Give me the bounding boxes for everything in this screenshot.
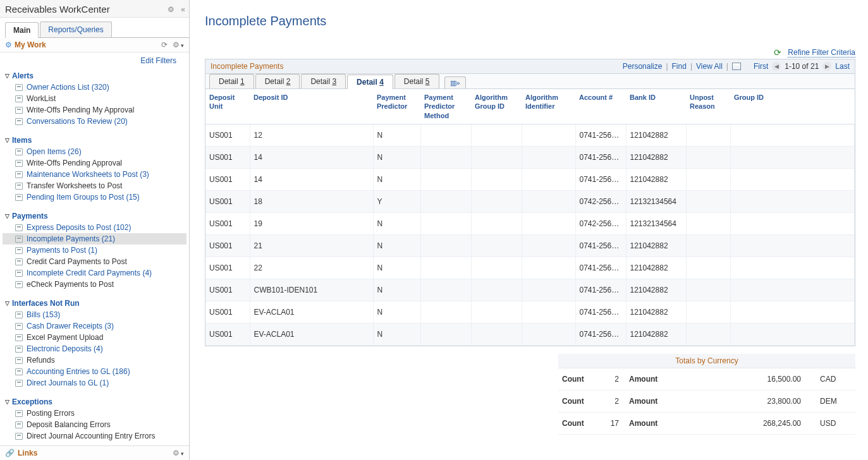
nav-item[interactable]: Owner Actions List (320) [3, 82, 186, 93]
nav-item[interactable]: Cash Drawer Receipts (3) [3, 320, 186, 332]
pager-last[interactable]: Last [835, 62, 850, 71]
nav-item[interactable]: Payments to Post (1) [3, 245, 186, 256]
detail-tab-5[interactable]: Detail 5 [394, 74, 439, 88]
gear-icon[interactable]: ⚙ [168, 5, 174, 14]
nav-item[interactable]: Deposit Balancing Errors [3, 419, 186, 430]
pager-first[interactable]: First [754, 62, 768, 71]
nav-item[interactable]: Write-Offs Pending Approval [3, 157, 186, 169]
nav-item[interactable]: Excel Payment Upload [3, 332, 186, 343]
show-all-columns-icon[interactable]: ▥» [444, 76, 466, 88]
table-row[interactable]: US00118Y0742-25645812132134564 [205, 190, 855, 212]
nav-heading-alerts[interactable]: ▽Alerts [3, 69, 186, 82]
collapse-icon[interactable]: « [181, 5, 185, 14]
table-row[interactable]: US00121N0741-256458121042882 [205, 234, 855, 257]
column-header[interactable]: Algorithm Group ID [471, 89, 522, 124]
edit-filters-link[interactable]: Edit Filters [140, 56, 176, 65]
amount-value: 16,500.00 [673, 375, 820, 384]
cell-unit: US001 [205, 257, 250, 279]
cell-unit: US001 [205, 279, 250, 301]
nav-item[interactable]: Express Deposits to Post (102) [3, 222, 186, 233]
nav-item[interactable]: eCheck Payments to Post [3, 279, 186, 290]
nav-item-label[interactable]: Accounting Entries to GL (186) [27, 367, 130, 376]
nav-item-label[interactable]: Maintenance Worksheets to Post (3) [27, 170, 149, 179]
sidebar-title: Receivables WorkCenter [5, 4, 110, 15]
column-header[interactable]: Payment Predictor [373, 89, 420, 124]
gear-dropdown-icon[interactable]: ⚙ [173, 449, 184, 457]
viewall-link[interactable]: View All [696, 62, 723, 71]
personalize-link[interactable]: Personalize [623, 62, 663, 71]
nav-item[interactable]: Direct Journals to GL (1) [3, 377, 186, 389]
column-header[interactable]: Group ID [730, 89, 855, 124]
nav-item-label[interactable]: Conversations To Review (20) [27, 117, 128, 126]
nav-item[interactable]: Pending Item Groups to Post (15) [3, 191, 186, 203]
nav-item-label[interactable]: Bills (153) [27, 310, 60, 319]
nav-item-label[interactable]: Pending Item Groups to Post (15) [27, 193, 140, 202]
tab-reports[interactable]: Reports/Queries [40, 21, 111, 37]
refresh-icon[interactable]: ⟳ [774, 47, 781, 58]
nav-item-label[interactable]: Incomplete Credit Card Payments (4) [27, 269, 152, 277]
nav-item-label[interactable]: Electronic Deposits (4) [27, 344, 103, 353]
cell-deposit: EV-ACLA01 [250, 301, 373, 323]
detail-tab-2[interactable]: Detail 2 [255, 74, 300, 88]
column-header[interactable]: Payment Predictor Method [420, 89, 471, 124]
pager-prev-icon[interactable]: ◀ [772, 62, 781, 71]
nav-heading-items[interactable]: ▽Items [3, 133, 186, 146]
table-row[interactable]: US001EV-ACLA01N0741-256458121042882 [205, 323, 855, 345]
nav-heading-interfaces[interactable]: ▽Interfaces Not Run [3, 296, 186, 309]
gear-dropdown-icon[interactable]: ⚙ [173, 40, 184, 49]
reload-icon[interactable]: ⟳ [161, 40, 168, 49]
tab-main[interactable]: Main [5, 22, 39, 38]
page-title: Incomplete Payments [205, 14, 855, 28]
nav-item[interactable]: Maintenance Worksheets to Post (3) [3, 169, 186, 180]
detail-tab-1[interactable]: Detail 1 [209, 74, 254, 88]
nav-item[interactable]: WorkList [3, 93, 186, 104]
nav-item[interactable]: Open Items (26) [3, 146, 186, 157]
zoom-icon[interactable] [732, 63, 741, 70]
cell-unit: US001 [205, 168, 250, 190]
cell-deposit: CWB101-IDEN101 [250, 279, 373, 301]
nav-heading-payments[interactable]: ▽Payments [3, 209, 186, 222]
find-link[interactable]: Find [672, 62, 687, 71]
table-row[interactable]: US00122N0741-256458121042882 [205, 257, 855, 279]
nav-item[interactable]: Electronic Deposits (4) [3, 343, 186, 354]
nav-heading-exceptions[interactable]: ▽Exceptions [3, 395, 186, 408]
detail-tab-3[interactable]: Detail 3 [301, 74, 346, 88]
nav-item-label[interactable]: Direct Journals to GL (1) [27, 378, 109, 387]
column-header[interactable]: Algorithm Identifier [522, 89, 575, 124]
nav-item-label[interactable]: Owner Actions List (320) [27, 83, 109, 92]
table-row[interactable]: US00114N0741-256458121042882 [205, 146, 855, 168]
nav-item-label[interactable]: Cash Drawer Receipts (3) [27, 322, 114, 330]
table-row[interactable]: US001CWB101-IDEN101N0741-256458121042882 [205, 279, 855, 301]
nav-item[interactable]: Refunds [3, 354, 186, 366]
column-header[interactable]: Deposit ID [250, 89, 373, 124]
pager-next-icon[interactable]: ▶ [822, 62, 831, 71]
cell-method [420, 234, 471, 257]
nav-item[interactable]: Accounting Entries to GL (186) [3, 366, 186, 377]
nav-item[interactable]: Write-Offs Pending My Approval [3, 104, 186, 116]
nav-item[interactable]: Direct Journal Accounting Entry Errors [3, 430, 186, 442]
edit-filters-row: Edit Filters [0, 52, 189, 66]
links-title[interactable]: Links [18, 449, 37, 457]
nav-item[interactable]: Posting Errors [3, 408, 186, 419]
column-header[interactable]: Deposit Unit [205, 89, 250, 124]
column-header[interactable]: Account # [575, 89, 626, 124]
nav-item-label[interactable]: Open Items (26) [27, 147, 82, 156]
table-row[interactable]: US00114N0741-256458121042882 [205, 168, 855, 190]
nav-item[interactable]: Incomplete Credit Card Payments (4) [3, 267, 186, 279]
nav-item[interactable]: Incomplete Payments (21) [3, 233, 186, 245]
column-header[interactable]: Unpost Reason [686, 89, 730, 124]
nav-item[interactable]: Credit Card Payments to Post [3, 256, 186, 267]
detail-tab-4[interactable]: Detail 4 [347, 75, 393, 89]
mywork-title[interactable]: My Work [15, 40, 46, 49]
refine-filter-link[interactable]: Refine Filter Criteria [788, 48, 855, 58]
column-header[interactable]: Bank ID [626, 89, 686, 124]
nav-item[interactable]: Transfer Worksheets to Post [3, 180, 186, 191]
nav-item-label[interactable]: Express Deposits to Post (102) [27, 223, 131, 232]
table-row[interactable]: US001EV-ACLA01N0741-256458121042882 [205, 301, 855, 323]
table-row[interactable]: US00112N0741-256458121042882 [205, 124, 855, 146]
nav-item[interactable]: Conversations To Review (20) [3, 116, 186, 127]
table-row[interactable]: US00119N0742-25645812132134564 [205, 212, 855, 234]
nav-item-label[interactable]: Incomplete Payments (21) [27, 234, 115, 243]
nav-item[interactable]: Bills (153) [3, 309, 186, 320]
nav-item-label[interactable]: Payments to Post (1) [27, 246, 97, 255]
